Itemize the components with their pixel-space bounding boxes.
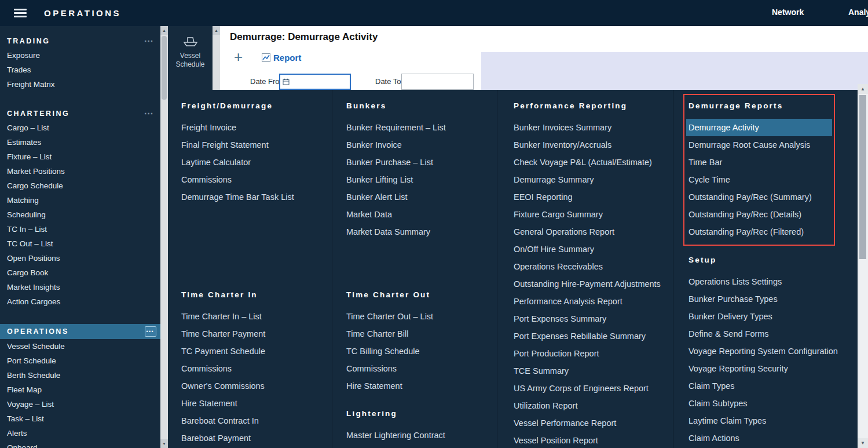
scroll-down-button[interactable]: ▼	[160, 439, 168, 448]
report-button[interactable]: Report	[262, 53, 301, 63]
sidebar-section-header-operations[interactable]: OPERATIONS ⋯	[0, 324, 160, 339]
sidebar-item[interactable]: Matching	[0, 193, 160, 207]
boxed-more-icon[interactable]: ⋯	[145, 326, 156, 337]
menu-item[interactable]: Commissions	[181, 171, 326, 188]
menu-item[interactable]: Demurrage Time Bar Task List	[181, 188, 326, 206]
sidebar-item[interactable]: Market Positions	[0, 164, 160, 179]
menu-item[interactable]: Vessel Performance Report	[514, 414, 682, 432]
sidebar-item[interactable]: Berth Schedule	[0, 368, 160, 383]
sidebar-item[interactable]: Estimates	[0, 135, 160, 150]
menu-item[interactable]: Fixture Cargo Summary	[514, 206, 682, 223]
more-icon[interactable]: ⋯	[144, 34, 155, 48]
menu-item[interactable]: Demurrage Activity	[686, 119, 832, 136]
menu-item[interactable]: Cycle Time	[688, 171, 840, 188]
menu-item[interactable]: Bunker Inventory/Accruals	[514, 136, 682, 154]
menu-item[interactable]: Define & Send Forms	[688, 325, 840, 343]
sidebar-item[interactable]: Alerts	[0, 426, 160, 440]
sidebar-item[interactable]: Fixture – List	[0, 150, 160, 164]
menu-item[interactable]: Hire Statement	[346, 377, 494, 395]
menu-item[interactable]: EEOI Reporting	[514, 188, 682, 206]
sidebar-item[interactable]: Cargo Schedule	[0, 179, 160, 193]
menu-item[interactable]: On/Off Hire Summary	[514, 241, 682, 258]
menu-item[interactable]: Utilization Report	[514, 397, 682, 414]
menu-item[interactable]: Bareboat Payment	[181, 429, 326, 447]
scroll-thumb[interactable]	[162, 36, 167, 100]
sidebar-item[interactable]: Market Insights	[0, 280, 160, 294]
menu-item[interactable]: Commissions	[181, 360, 326, 377]
tab-vessel-schedule[interactable]: Vessel Schedule	[170, 32, 211, 74]
menu-item[interactable]: Laytime Claim Types	[688, 412, 840, 429]
sidebar-item[interactable]: Action Cargoes	[0, 294, 160, 309]
menu-item[interactable]: Laytime Calculator	[181, 154, 326, 171]
menu-item[interactable]: Bunker Invoice	[346, 136, 494, 154]
add-button[interactable]: +	[234, 49, 243, 64]
menu-item[interactable]: Port Production Report	[514, 345, 682, 362]
menu-item[interactable]: Check Voyage P&L (Actual/Estimate)	[514, 154, 682, 171]
menu-item[interactable]: Demurrage Summary	[514, 171, 682, 188]
sidebar-item[interactable]: Scheduling	[0, 207, 160, 222]
menu-item[interactable]: TCE Summary	[514, 362, 682, 380]
scroll-up-button[interactable]: ▲	[858, 84, 868, 94]
hamburger-menu-icon[interactable]	[14, 7, 27, 19]
menu-item[interactable]: Final Freight Statement	[181, 136, 326, 154]
menu-item[interactable]: Claim Types	[688, 377, 840, 395]
menu-item[interactable]: Time Charter Payment	[181, 325, 326, 343]
menu-item[interactable]: Bunker Purchase Types	[688, 290, 840, 308]
date-from-input[interactable]	[279, 74, 351, 90]
menu-item[interactable]: Time Charter Bill	[346, 325, 494, 343]
menu-item[interactable]: Performance Analysis Report	[514, 293, 682, 310]
menu-item[interactable]: Outstanding Pay/Rec (Details)	[688, 206, 840, 223]
menu-item[interactable]: Bunker Lifting List	[346, 171, 494, 188]
menu-item[interactable]: Operations Lists Settings	[688, 273, 840, 290]
scroll-thumb[interactable]	[859, 95, 866, 259]
menu-item[interactable]: Outstanding Hire-Payment Adjustments	[514, 275, 682, 293]
menu-item[interactable]: Commissions	[346, 360, 494, 377]
menu-item[interactable]: Outstanding Pay/Rec (Filtered)	[688, 223, 840, 241]
menu-item[interactable]: Outstanding Pay/Rec (Summary)	[688, 188, 840, 206]
sidebar-item[interactable]: Trades	[0, 63, 160, 77]
sidebar-item[interactable]: Task – List	[0, 411, 160, 426]
menu-item[interactable]: TC Payment Schedule	[181, 343, 326, 360]
menu-item[interactable]: Bunker Alert List	[346, 188, 494, 206]
sidebar-item[interactable]: Open Positions	[0, 251, 160, 265]
menu-item[interactable]: Market Data Summary	[346, 223, 494, 241]
sidebar-item[interactable]: Voyage – List	[0, 397, 160, 411]
sidebar-item[interactable]: Freight Matrix	[0, 77, 160, 92]
menu-item[interactable]: Time Charter In – List	[181, 308, 326, 325]
menu-item[interactable]: Voyage Reporting Security	[688, 360, 840, 377]
menu-item[interactable]: Master Lightering Contract	[346, 427, 494, 444]
menu-item[interactable]: Bareboat Contract In	[181, 412, 326, 429]
menu-item[interactable]: Hire Statement	[181, 395, 326, 412]
sidebar-item[interactable]: Port Schedule	[0, 354, 160, 368]
menu-item[interactable]: Time Bar	[688, 154, 840, 171]
menu-item[interactable]: Voyage Reporting System Configuration	[688, 343, 840, 360]
sidebar-item[interactable]: Cargo – List	[0, 121, 160, 135]
menu-item[interactable]: Demurrage Root Cause Analysis	[688, 136, 840, 154]
sidebar-item[interactable]: TC In – List	[0, 222, 160, 236]
sidebar-item[interactable]: Fleet Map	[0, 383, 160, 397]
nav-analytics[interactable]: Analytics	[848, 8, 868, 17]
more-icon[interactable]: ⋯	[144, 107, 155, 121]
menu-item[interactable]: Time Charter Out – List	[346, 308, 494, 325]
date-to-input[interactable]	[401, 74, 474, 90]
main-scrollbar[interactable]: ▲ ▼	[858, 84, 868, 448]
sidebar-item[interactable]: Cargo Book	[0, 265, 160, 280]
scroll-down-button[interactable]: ▼	[858, 438, 868, 448]
menu-item[interactable]: Claim Actions	[688, 429, 840, 447]
sidebar-item[interactable]: Exposure	[0, 48, 160, 63]
menu-item[interactable]: Bunker Purchase – List	[346, 154, 494, 171]
nav-network[interactable]: Network	[772, 8, 804, 17]
menu-item[interactable]: Vessel Position Report	[514, 432, 682, 448]
sidebar-item[interactable]: Onboard	[0, 440, 160, 448]
scroll-up-button[interactable]: ▲	[213, 26, 220, 35]
menu-item[interactable]: TC Billing Schedule	[346, 343, 494, 360]
menu-item[interactable]: Bunker Invoices Summary	[514, 119, 682, 136]
sidebar-item[interactable]: Vessel Schedule	[0, 339, 160, 354]
menu-item[interactable]: Operations Receivables	[514, 258, 682, 275]
sidebar-item[interactable]: TC Out – List	[0, 236, 160, 251]
menu-item[interactable]: Port Expenses Rebillable Summary	[514, 327, 682, 345]
menu-item[interactable]: Claim Subtypes	[688, 395, 840, 412]
menu-item[interactable]: Market Data	[346, 206, 494, 223]
menu-item[interactable]: Port Expenses Summary	[514, 310, 682, 327]
menu-item[interactable]: General Operations Report	[514, 223, 682, 241]
